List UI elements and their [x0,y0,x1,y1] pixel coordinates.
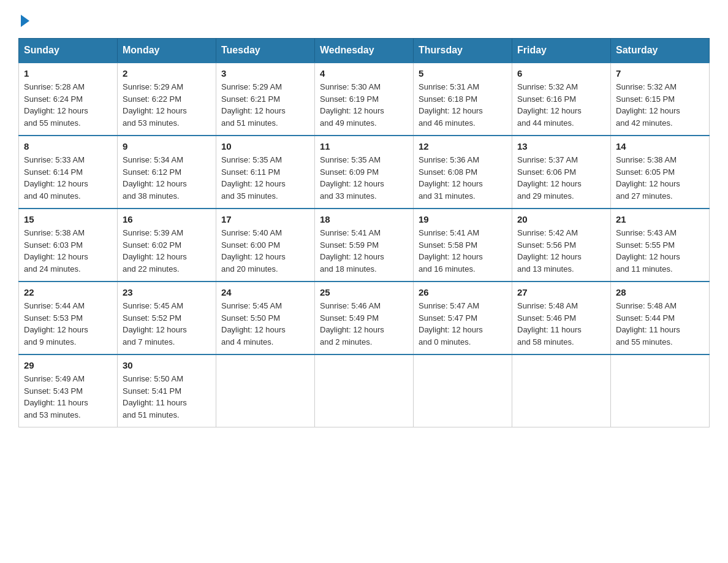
day-cell-9: 9 Sunrise: 5:34 AMSunset: 6:12 PMDayligh… [118,136,216,209]
week-row-1: 1 Sunrise: 5:28 AMSunset: 6:24 PMDayligh… [19,63,710,136]
day-cell-18: 18 Sunrise: 5:41 AMSunset: 5:59 PMDaylig… [315,209,414,282]
day-number: 25 [320,287,408,297]
day-cell-5: 5 Sunrise: 5:31 AMSunset: 6:18 PMDayligh… [414,63,512,136]
day-cell-22: 22 Sunrise: 5:44 AMSunset: 5:53 PMDaylig… [19,282,118,354]
day-cell-23: 23 Sunrise: 5:45 AMSunset: 5:52 PMDaylig… [118,282,216,354]
day-info: Sunrise: 5:46 AMSunset: 5:49 PMDaylight:… [320,300,408,348]
day-cell-7: 7 Sunrise: 5:32 AMSunset: 6:15 PMDayligh… [611,63,710,136]
day-cell-3: 3 Sunrise: 5:29 AMSunset: 6:21 PMDayligh… [216,63,315,136]
day-cell-8: 8 Sunrise: 5:33 AMSunset: 6:14 PMDayligh… [19,136,118,209]
day-info: Sunrise: 5:45 AMSunset: 5:52 PMDaylight:… [123,300,211,348]
day-info: Sunrise: 5:50 AMSunset: 5:41 PMDaylight:… [123,373,211,421]
day-cell-15: 15 Sunrise: 5:38 AMSunset: 6:03 PMDaylig… [19,209,118,282]
day-number: 26 [419,287,507,297]
day-cell-2: 2 Sunrise: 5:29 AMSunset: 6:22 PMDayligh… [118,63,216,136]
empty-cell [611,354,710,427]
day-cell-30: 30 Sunrise: 5:50 AMSunset: 5:41 PMDaylig… [118,354,216,427]
day-cell-12: 12 Sunrise: 5:36 AMSunset: 6:08 PMDaylig… [414,136,512,209]
day-number: 3 [221,68,309,79]
day-cell-10: 10 Sunrise: 5:35 AMSunset: 6:11 PMDaylig… [216,136,315,209]
column-header-tuesday: Tuesday [216,39,315,63]
day-cell-1: 1 Sunrise: 5:28 AMSunset: 6:24 PMDayligh… [19,63,118,136]
day-cell-25: 25 Sunrise: 5:46 AMSunset: 5:49 PMDaylig… [315,282,414,354]
day-cell-6: 6 Sunrise: 5:32 AMSunset: 6:16 PMDayligh… [512,63,611,136]
day-info: Sunrise: 5:48 AMSunset: 5:46 PMDaylight:… [517,300,605,348]
day-info: Sunrise: 5:35 AMSunset: 6:11 PMDaylight:… [221,154,309,202]
day-number: 17 [221,214,309,224]
day-cell-27: 27 Sunrise: 5:48 AMSunset: 5:46 PMDaylig… [512,282,611,354]
day-info: Sunrise: 5:29 AMSunset: 6:22 PMDaylight:… [123,81,211,129]
day-number: 19 [419,214,507,224]
day-number: 10 [221,141,309,151]
day-number: 6 [517,68,605,79]
day-info: Sunrise: 5:47 AMSunset: 5:47 PMDaylight:… [419,300,507,348]
day-number: 12 [419,141,507,151]
calendar-table: SundayMondayTuesdayWednesdayThursdayFrid… [18,38,710,427]
day-number: 15 [24,214,112,224]
day-info: Sunrise: 5:36 AMSunset: 6:08 PMDaylight:… [419,154,507,202]
day-number: 18 [320,214,408,224]
day-number: 23 [123,287,211,297]
day-info: Sunrise: 5:43 AMSunset: 5:55 PMDaylight:… [616,227,704,275]
day-cell-4: 4 Sunrise: 5:30 AMSunset: 6:19 PMDayligh… [315,63,414,136]
day-cell-26: 26 Sunrise: 5:47 AMSunset: 5:47 PMDaylig… [414,282,512,354]
day-info: Sunrise: 5:30 AMSunset: 6:19 PMDaylight:… [320,81,408,129]
day-cell-17: 17 Sunrise: 5:40 AMSunset: 6:00 PMDaylig… [216,209,315,282]
day-cell-11: 11 Sunrise: 5:35 AMSunset: 6:09 PMDaylig… [315,136,414,209]
day-info: Sunrise: 5:33 AMSunset: 6:14 PMDaylight:… [24,154,112,202]
day-number: 22 [24,287,112,297]
day-number: 29 [24,360,112,370]
week-row-4: 22 Sunrise: 5:44 AMSunset: 5:53 PMDaylig… [19,282,710,354]
calendar-header-row: SundayMondayTuesdayWednesdayThursdayFrid… [19,39,710,63]
day-number: 27 [517,287,605,297]
day-number: 1 [24,68,112,79]
empty-cell [216,354,315,427]
day-cell-29: 29 Sunrise: 5:49 AMSunset: 5:43 PMDaylig… [19,354,118,427]
page-header [18,12,710,27]
day-info: Sunrise: 5:38 AMSunset: 6:05 PMDaylight:… [616,154,704,202]
column-header-wednesday: Wednesday [315,39,414,63]
day-info: Sunrise: 5:40 AMSunset: 6:00 PMDaylight:… [221,227,309,275]
day-info: Sunrise: 5:42 AMSunset: 5:56 PMDaylight:… [517,227,605,275]
day-info: Sunrise: 5:41 AMSunset: 5:58 PMDaylight:… [419,227,507,275]
day-info: Sunrise: 5:37 AMSunset: 6:06 PMDaylight:… [517,154,605,202]
day-info: Sunrise: 5:39 AMSunset: 6:02 PMDaylight:… [123,227,211,275]
logo [18,12,29,27]
day-number: 14 [616,141,704,151]
day-number: 11 [320,141,408,151]
day-info: Sunrise: 5:31 AMSunset: 6:18 PMDaylight:… [419,81,507,129]
day-number: 28 [616,287,704,297]
day-number: 5 [419,68,507,79]
day-info: Sunrise: 5:32 AMSunset: 6:16 PMDaylight:… [517,81,605,129]
week-row-2: 8 Sunrise: 5:33 AMSunset: 6:14 PMDayligh… [19,136,710,209]
day-info: Sunrise: 5:32 AMSunset: 6:15 PMDaylight:… [616,81,704,129]
day-cell-16: 16 Sunrise: 5:39 AMSunset: 6:02 PMDaylig… [118,209,216,282]
day-number: 7 [616,68,704,79]
day-cell-13: 13 Sunrise: 5:37 AMSunset: 6:06 PMDaylig… [512,136,611,209]
day-number: 4 [320,68,408,79]
column-header-thursday: Thursday [414,39,512,63]
day-cell-24: 24 Sunrise: 5:45 AMSunset: 5:50 PMDaylig… [216,282,315,354]
day-info: Sunrise: 5:28 AMSunset: 6:24 PMDaylight:… [24,81,112,129]
column-header-sunday: Sunday [19,39,118,63]
day-number: 9 [123,141,211,151]
day-number: 16 [123,214,211,224]
column-header-saturday: Saturday [611,39,710,63]
column-header-friday: Friday [512,39,611,63]
day-cell-28: 28 Sunrise: 5:48 AMSunset: 5:44 PMDaylig… [611,282,710,354]
day-cell-14: 14 Sunrise: 5:38 AMSunset: 6:05 PMDaylig… [611,136,710,209]
day-info: Sunrise: 5:29 AMSunset: 6:21 PMDaylight:… [221,81,309,129]
day-number: 21 [616,214,704,224]
day-info: Sunrise: 5:38 AMSunset: 6:03 PMDaylight:… [24,227,112,275]
day-cell-20: 20 Sunrise: 5:42 AMSunset: 5:56 PMDaylig… [512,209,611,282]
day-number: 8 [24,141,112,151]
day-info: Sunrise: 5:48 AMSunset: 5:44 PMDaylight:… [616,300,704,348]
day-info: Sunrise: 5:35 AMSunset: 6:09 PMDaylight:… [320,154,408,202]
day-number: 13 [517,141,605,151]
day-number: 24 [221,287,309,297]
day-cell-19: 19 Sunrise: 5:41 AMSunset: 5:58 PMDaylig… [414,209,512,282]
day-info: Sunrise: 5:45 AMSunset: 5:50 PMDaylight:… [221,300,309,348]
empty-cell [512,354,611,427]
day-info: Sunrise: 5:44 AMSunset: 5:53 PMDaylight:… [24,300,112,348]
day-number: 30 [123,360,211,370]
